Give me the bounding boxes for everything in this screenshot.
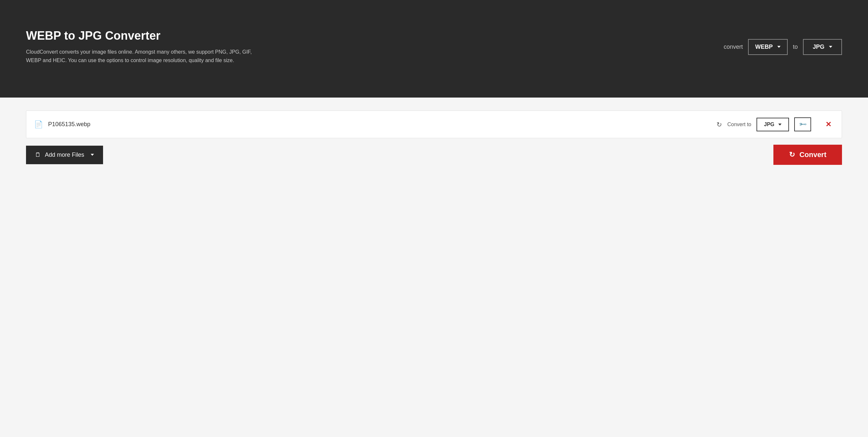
file-format-value: JPG: [764, 122, 774, 127]
file-format-chevron-icon: [778, 124, 781, 126]
convert-button[interactable]: ↻ Convert: [773, 145, 842, 165]
header-convert-label: convert: [724, 43, 743, 51]
bottom-actions: 🗒 Add more Files ↻ Convert: [26, 145, 842, 165]
header-left: WEBP to JPG Converter CloudConvert conve…: [26, 29, 254, 64]
header-to-label: to: [793, 43, 798, 51]
target-format-value: JPG: [813, 43, 825, 51]
header: WEBP to JPG Converter CloudConvert conve…: [0, 0, 868, 98]
page-title: WEBP to JPG Converter: [26, 29, 254, 42]
file-name: P1065135.webp: [48, 121, 716, 128]
add-files-label: Add more Files: [45, 152, 84, 158]
convert-label: Convert: [799, 151, 827, 159]
header-converter-widget: convert WEBP to JPG: [724, 39, 842, 55]
convert-to-label: Convert to: [727, 122, 751, 127]
add-files-chevron-icon: [91, 154, 94, 156]
source-format-value: WEBP: [755, 43, 773, 51]
refresh-icon: ↻: [716, 121, 722, 128]
file-settings-button[interactable]: 🔧: [794, 117, 811, 131]
add-files-button[interactable]: 🗒 Add more Files: [26, 146, 103, 164]
file-remove-button[interactable]: ✕: [823, 119, 834, 130]
target-format-dropdown[interactable]: JPG: [803, 39, 842, 55]
target-format-chevron-icon: [829, 46, 832, 48]
source-format-chevron-icon: [777, 46, 780, 48]
file-actions: ↻ Convert to JPG 🔧 ✕: [716, 117, 834, 131]
convert-refresh-icon: ↻: [789, 151, 795, 159]
add-file-icon: 🗒: [35, 152, 41, 158]
file-icon: 📄: [34, 120, 43, 129]
file-format-dropdown[interactable]: JPG: [756, 118, 789, 131]
main-content: 📄 P1065135.webp ↻ Convert to JPG 🔧 ✕ 🗒 A…: [0, 98, 868, 437]
file-row: 📄 P1065135.webp ↻ Convert to JPG 🔧 ✕: [26, 111, 842, 138]
wrench-icon: 🔧: [798, 120, 807, 129]
header-description: CloudConvert converts your image files o…: [26, 48, 254, 64]
source-format-dropdown[interactable]: WEBP: [748, 39, 788, 55]
